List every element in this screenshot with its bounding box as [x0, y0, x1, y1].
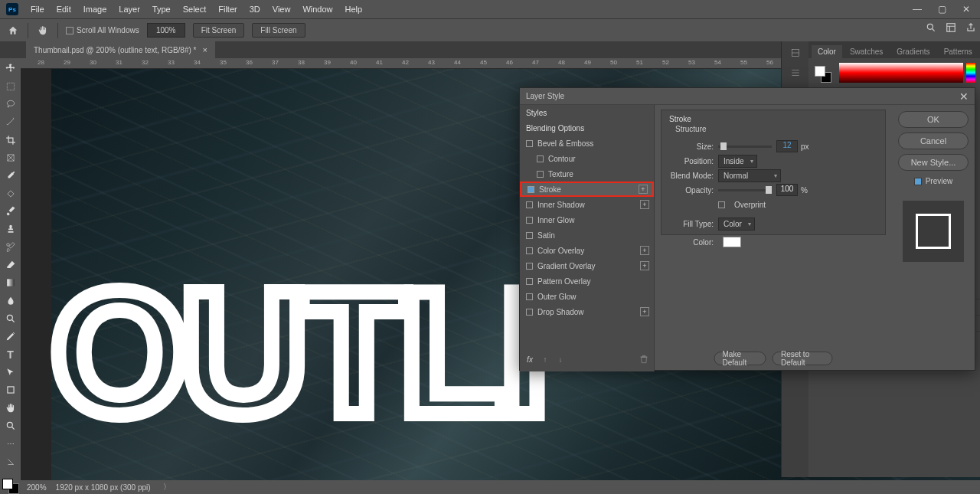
- cancel-button[interactable]: Cancel: [898, 132, 969, 149]
- stamp-tool[interactable]: [3, 222, 18, 236]
- document-tab[interactable]: Thumbnail.psd @ 200% (outline text, RGB/…: [26, 41, 215, 58]
- brush-tool[interactable]: [3, 204, 18, 218]
- panel-icon-1[interactable]: [790, 47, 801, 60]
- path-tool[interactable]: [3, 365, 18, 379]
- styles-heading[interactable]: Styles: [520, 105, 654, 120]
- style-drop-shadow[interactable]: Drop Shadow+: [520, 304, 654, 319]
- edit-toolbar[interactable]: [3, 455, 18, 469]
- move-down-icon[interactable]: ↓: [555, 354, 566, 365]
- menu-help[interactable]: Help: [339, 2, 369, 16]
- hand-tool-icon[interactable]: [36, 24, 50, 38]
- home-icon[interactable]: [6, 24, 20, 38]
- fit-screen-button[interactable]: Fit Screen: [193, 23, 245, 38]
- opacity-input[interactable]: 100: [776, 184, 798, 196]
- add-drop-shadow-icon[interactable]: +: [640, 307, 649, 316]
- gradient-tool[interactable]: [3, 276, 18, 290]
- fx-icon[interactable]: fx: [524, 354, 535, 365]
- eyedropper-tool[interactable]: [3, 168, 18, 182]
- zoom-level[interactable]: 100%: [147, 23, 185, 38]
- share-icon[interactable]: [965, 21, 977, 34]
- crop-tool[interactable]: [3, 132, 18, 146]
- add-gradient-overlay-icon[interactable]: +: [640, 261, 649, 270]
- menu-type[interactable]: Type: [146, 2, 177, 16]
- wand-tool[interactable]: [3, 115, 18, 129]
- type-tool[interactable]: T: [3, 348, 18, 362]
- style-pattern-overlay[interactable]: Pattern Overlay: [520, 273, 654, 289]
- add-inner-shadow-icon[interactable]: +: [640, 200, 649, 209]
- frame-tool[interactable]: [3, 151, 18, 165]
- opacity-label: Opacity:: [669, 186, 718, 195]
- style-inner-glow[interactable]: Inner Glow: [520, 212, 654, 227]
- more-tools[interactable]: ⋯: [3, 437, 18, 450]
- blending-options[interactable]: Blending Options: [520, 120, 654, 136]
- style-stroke[interactable]: Stroke+: [520, 182, 654, 197]
- preview-checkbox[interactable]: Preview: [898, 177, 969, 185]
- minimize-button[interactable]: —: [906, 2, 928, 16]
- dodge-tool[interactable]: [3, 312, 18, 326]
- stroke-color-swatch[interactable]: [723, 237, 741, 247]
- style-gradient-overlay[interactable]: Gradient Overlay+: [520, 258, 654, 273]
- color-panel[interactable]: [808, 58, 980, 89]
- fill-type-dropdown[interactable]: Color: [718, 218, 755, 231]
- size-slider[interactable]: [718, 146, 772, 148]
- scroll-all-checkbox[interactable]: Scroll All Windows: [66, 26, 139, 34]
- menu-image[interactable]: Image: [77, 2, 113, 16]
- menu-filter[interactable]: Filter: [212, 2, 243, 16]
- menu-view[interactable]: View: [266, 2, 297, 16]
- fill-screen-button[interactable]: Fill Screen: [252, 23, 305, 38]
- blur-tool[interactable]: [3, 293, 18, 307]
- size-input[interactable]: 12: [776, 140, 798, 152]
- panel-icon-2[interactable]: [790, 67, 801, 80]
- move-tool[interactable]: [3, 61, 18, 75]
- size-label: Size:: [669, 142, 718, 151]
- tab-color[interactable]: Color: [812, 45, 842, 58]
- new-style-button[interactable]: New Style...: [898, 154, 969, 171]
- add-stroke-icon[interactable]: +: [639, 185, 648, 194]
- pen-tool[interactable]: [3, 329, 18, 343]
- make-default-button[interactable]: Make Default: [714, 352, 766, 365]
- menu-window[interactable]: Window: [296, 2, 338, 16]
- opacity-slider[interactable]: [718, 189, 772, 191]
- hand-tool[interactable]: [3, 401, 18, 415]
- style-inner-shadow[interactable]: Inner Shadow+: [520, 197, 654, 212]
- style-texture[interactable]: Texture: [520, 166, 654, 182]
- lasso-tool[interactable]: [3, 97, 18, 111]
- tab-gradients[interactable]: Gradients: [890, 45, 936, 58]
- menu-edit[interactable]: Edit: [51, 2, 77, 16]
- workspace-icon[interactable]: [945, 21, 957, 34]
- position-dropdown[interactable]: Inside: [718, 155, 757, 168]
- color-picker-swatches[interactable]: [2, 479, 19, 494]
- tab-close-icon[interactable]: ×: [202, 45, 207, 54]
- zoom-tool[interactable]: [3, 419, 18, 433]
- menu-layer[interactable]: Layer: [113, 2, 146, 16]
- style-bevel[interactable]: Bevel & Emboss: [520, 136, 654, 151]
- marquee-tool[interactable]: [3, 79, 18, 93]
- ok-button[interactable]: OK: [898, 111, 969, 128]
- style-contour[interactable]: Contour: [520, 151, 654, 166]
- eraser-tool[interactable]: [3, 258, 18, 272]
- blend-mode-dropdown[interactable]: Normal: [718, 169, 781, 182]
- color-panel-tabs: Color Swatches Gradients Patterns: [808, 41, 980, 58]
- shape-tool[interactable]: [3, 383, 18, 397]
- heal-tool[interactable]: [3, 186, 18, 200]
- menu-select[interactable]: Select: [177, 2, 213, 16]
- tab-swatches[interactable]: Swatches: [844, 45, 889, 58]
- dialog-close-button[interactable]: ✕: [959, 90, 969, 103]
- close-button[interactable]: ✕: [956, 2, 977, 16]
- move-up-icon[interactable]: ↑: [540, 354, 550, 365]
- style-outer-glow[interactable]: Outer Glow: [520, 289, 654, 304]
- menu-3d[interactable]: 3D: [243, 2, 266, 16]
- status-zoom[interactable]: 200%: [27, 483, 47, 492]
- history-brush-tool[interactable]: [3, 240, 18, 254]
- search-icon[interactable]: [925, 21, 937, 34]
- maximize-button[interactable]: ▢: [931, 2, 952, 16]
- menu-file[interactable]: File: [24, 2, 51, 16]
- add-color-overlay-icon[interactable]: +: [640, 246, 649, 255]
- tab-patterns[interactable]: Patterns: [938, 45, 978, 58]
- svg-rect-1: [947, 24, 956, 32]
- style-satin[interactable]: Satin: [520, 227, 654, 243]
- reset-default-button[interactable]: Reset to Default: [773, 352, 833, 365]
- style-color-overlay[interactable]: Color Overlay+: [520, 243, 654, 258]
- overprint-checkbox[interactable]: [718, 201, 725, 208]
- trash-icon[interactable]: [639, 354, 649, 365]
